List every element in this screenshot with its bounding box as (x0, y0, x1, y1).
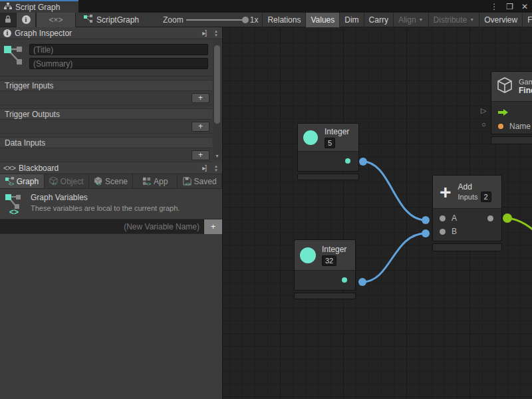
side-panel: i Graph Inspector ▸] ▲ ▼ Trigger Inputs (0, 27, 223, 399)
variables-toggle-button[interactable]: <×> (36, 13, 76, 27)
blackboard-title: Blackboard (19, 164, 59, 173)
node-title: Integer (325, 127, 349, 136)
graph-icon (4, 44, 24, 71)
dock-icon[interactable]: ▸] (200, 164, 208, 172)
integer-value-field[interactable]: 32 (322, 255, 336, 266)
info-icon: i (22, 15, 31, 24)
graph-inspector-panel: i Graph Inspector ▸] ▲ ▼ Trigger Inputs (0, 27, 222, 162)
graph-variables-icon: <> (5, 193, 24, 215)
node-footer (491, 136, 532, 144)
graph-name-label: ScriptGraph (96, 15, 139, 25)
node-body (295, 271, 355, 290)
add-data-input-button[interactable]: + (192, 150, 209, 160)
wire-endpoint[interactable] (503, 213, 512, 223)
section-trigger-outputs: Trigger Outputs (0, 108, 212, 120)
tab-app[interactable]: <> App (133, 174, 178, 188)
tab-script-graph[interactable]: Script Graph (0, 0, 78, 13)
graph-variables-title: Graph Variables (31, 193, 180, 202)
zoom-slider-handle[interactable] (242, 17, 249, 23)
svg-text:<>: <> (52, 182, 57, 186)
trigger-port-marker-icon[interactable]: ▷ (481, 106, 486, 115)
zoom-label: Zoom (163, 15, 184, 25)
values-button[interactable]: Values (305, 13, 339, 27)
wire-endpoint[interactable] (422, 229, 430, 237)
overview-button[interactable]: Overview (479, 13, 522, 27)
variables-empty-area (0, 234, 222, 399)
integer-type-icon (303, 130, 318, 145)
add-variable-button[interactable]: + (203, 219, 222, 234)
integer-value-field[interactable]: 5 (325, 138, 335, 148)
node-body (298, 152, 358, 171)
carry-button[interactable]: Carry (364, 13, 393, 27)
wire-endpoint[interactable] (358, 278, 366, 286)
tab-object[interactable]: <> Object (45, 174, 89, 188)
svg-text:<>: <> (9, 207, 19, 215)
align-button[interactable]: Align▼ (393, 13, 428, 27)
blackboard-header: <×> Blackboard ▸] ▲ ▼ (0, 162, 222, 174)
tab-scene[interactable]: <> Scene (89, 174, 134, 188)
trigger-outputs-row: + (0, 120, 212, 134)
wire-integer5-to-add-a[interactable] (363, 162, 426, 220)
scrollbar-thumb[interactable] (214, 45, 220, 124)
output-port[interactable] (345, 158, 350, 164)
node-integer-32[interactable]: Integer 32 (294, 239, 356, 299)
zoom-slider[interactable] (186, 19, 247, 21)
graph-canvas[interactable]: Integer 5 Integer 32 (223, 27, 532, 399)
trigger-arrow-icon[interactable] (498, 108, 509, 116)
distribute-button[interactable]: Distribute▼ (428, 13, 479, 27)
output-port[interactable] (342, 277, 347, 283)
new-variable-input[interactable] (0, 219, 203, 233)
panel-scroll-arrows[interactable]: ▲ ▼ (211, 164, 221, 172)
tab-saved[interactable]: <> Saved (178, 174, 222, 188)
name-input-port[interactable] (498, 124, 503, 129)
add-trigger-input-button[interactable]: + (192, 93, 209, 103)
fullscreen-button[interactable]: Full Screen (522, 13, 532, 27)
graph-inspector-content: Trigger Inputs + Trigger Outputs + Data … (0, 39, 212, 162)
node-title: Find (519, 86, 532, 95)
data-inputs-row: + (0, 148, 212, 162)
inputs-label: Inputs (458, 193, 478, 201)
value-port-marker-icon[interactable]: ○ (481, 120, 486, 128)
close-icon[interactable]: ✕ (521, 2, 528, 11)
node-body: Name (491, 102, 532, 134)
maximize-icon[interactable]: ❒ (506, 2, 513, 11)
blackboard-tabs: <> Graph <> Object <> Scene <> App <> Sa… (0, 174, 222, 189)
dock-icon[interactable]: ▸] (200, 29, 208, 37)
new-variable-row: + (0, 219, 222, 234)
graph-title-block (0, 39, 212, 76)
panel-scroll-arrows[interactable]: ▲ ▼ (211, 29, 221, 37)
lock-icon[interactable] (0, 15, 16, 25)
add-icon: + (440, 182, 452, 202)
script-graph-icon (84, 15, 92, 25)
inputs-count-field[interactable]: 2 (481, 192, 491, 202)
graph-variables-subtitle: These variables are local to the current… (31, 204, 180, 212)
svg-text:<>: <> (185, 182, 190, 186)
dim-button[interactable]: Dim (339, 13, 363, 27)
graph-summary-input[interactable] (29, 58, 208, 69)
integer-type-icon (300, 247, 316, 263)
window-menu-icon[interactable]: ⋮ (490, 2, 498, 11)
node-integer-5[interactable]: Integer 5 (297, 123, 359, 180)
relations-button[interactable]: Relations (262, 13, 305, 27)
node-gameobject-find[interactable]: GameObject Find Name (491, 71, 532, 144)
input-port-b[interactable] (440, 229, 446, 235)
input-port-a[interactable] (440, 215, 446, 221)
toolbar-left-group: i <×> (0, 13, 76, 27)
node-title: Integer (322, 245, 346, 254)
inspector-toggle-button[interactable]: i (16, 13, 36, 27)
scroll-down-icon[interactable]: ▼ (215, 154, 219, 160)
svg-text:<>: <> (96, 182, 102, 186)
node-add[interactable]: + Add Inputs 2 A B (432, 175, 502, 251)
tab-graph[interactable]: <> Graph (0, 174, 45, 188)
graph-variables-box: <> Graph Variables These variables are l… (0, 189, 222, 219)
output-port[interactable] (487, 215, 493, 221)
wire-endpoint[interactable] (359, 158, 367, 166)
inspector-scrollbar[interactable]: ▼ (213, 40, 221, 160)
wire-integer32-to-add-b[interactable] (362, 233, 426, 282)
graph-title-input[interactable] (29, 44, 208, 55)
wire-endpoint[interactable] (422, 216, 430, 224)
toolbar: i <×> ScriptGraph Zoom 1x Relations Valu… (0, 13, 532, 27)
add-trigger-output-button[interactable]: + (192, 122, 209, 132)
trigger-input-row (491, 105, 532, 120)
tab-title: Script Graph (15, 3, 60, 12)
